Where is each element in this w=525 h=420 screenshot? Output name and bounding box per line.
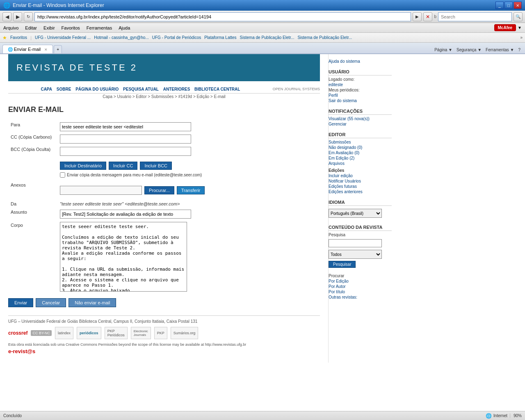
nav-capa[interactable]: CAPA (41, 87, 52, 91)
fav-link-3[interactable]: Plataforma Lattes (204, 35, 236, 40)
email-form: Para CC (Cópia Carbono) BCC (Cópia Ocult… (8, 121, 320, 293)
browse-button[interactable]: Procurar... (144, 186, 174, 194)
recipient-buttons: Incluir Destinatário Incluir CC Incluir … (60, 162, 317, 170)
ie-tools-button[interactable]: Ferramentas ▼ (484, 46, 516, 53)
content-search-select[interactable]: Todos (329, 250, 382, 259)
ie-help-button[interactable]: ? (516, 46, 523, 53)
cc-input[interactable] (60, 135, 191, 144)
copy-checkbox[interactable] (60, 172, 65, 178)
editor-section-title: EDITOR (329, 132, 392, 138)
go-button[interactable]: ▶ (413, 12, 422, 21)
forward-button[interactable]: ▶ (13, 12, 22, 21)
fav-link-0[interactable]: UFG - Universidade Federal ... (35, 35, 91, 40)
nav-pagina-usuario[interactable]: PÁGINA DO USUÁRIO (75, 87, 119, 91)
menu-arquivo[interactable]: Arquivo (3, 25, 18, 30)
include-edition-link[interactable]: Incluir edição (329, 173, 392, 178)
in-editing-link[interactable]: Em Edição (2) (329, 156, 392, 160)
add-recipient-button[interactable]: Incluir Destinatário (60, 162, 106, 170)
stop-button[interactable]: ✕ (423, 12, 432, 21)
profile-link[interactable]: Perfil (329, 93, 392, 98)
menu-editar[interactable]: Editar (25, 25, 37, 30)
past-editions-link[interactable]: Edições anteriores (329, 189, 392, 194)
refresh-button[interactable]: ↻ (24, 12, 33, 21)
journal-nav: CAPA SOBRE PÁGINA DO USUÁRIO PESQUISA AT… (8, 85, 320, 94)
send-button[interactable]: Enviar (8, 298, 33, 307)
transfer-button[interactable]: Transferir (177, 186, 205, 194)
menu-ferramentas[interactable]: Ferramentas (87, 25, 112, 30)
tab-enviar-email[interactable]: 🌐 Enviar E-mail ✕ (2, 45, 53, 53)
no-send-button[interactable]: Não enviar e-mail (68, 298, 116, 307)
back-button[interactable]: ◀ (2, 12, 11, 21)
search-button[interactable]: Pesquisar (329, 261, 356, 268)
bcc-input[interactable] (60, 147, 191, 156)
ojs-label: OPEN JOURNAL SYSTEMS (273, 87, 320, 91)
my-journals-label: Meus periódicos: (329, 88, 392, 92)
nav-pesquisa-atual[interactable]: PESQUISA ATUAL (123, 87, 159, 91)
cc-label: CC (Cópia Carbono) (8, 133, 57, 145)
ie-security-button[interactable]: Segurança ▼ (454, 46, 484, 53)
favorites-label[interactable]: Favoritos (10, 35, 27, 40)
content-search-input[interactable] (329, 239, 382, 247)
fav-link-1[interactable]: Hotmail - cassinha_gyn@ho... (94, 35, 149, 40)
fav-link-4[interactable]: Sistema de Publicação Eletr... (240, 35, 294, 40)
latindex-logo: latindex (55, 327, 73, 339)
cancel-button[interactable]: Cancelar (36, 298, 66, 307)
logged-user[interactable]: editeste (329, 82, 392, 87)
mcafee-dropdown[interactable]: ▼ (518, 25, 522, 30)
submissions-link[interactable]: Submissões (329, 140, 392, 144)
from-value: "teste seeer editeste teste seer" <edite… (60, 201, 180, 206)
add-cc-button[interactable]: Incluir CC (109, 162, 137, 170)
menu-exibir[interactable]: Exibir (43, 25, 55, 30)
manage-notifications-link[interactable]: Gerenciar (329, 122, 392, 126)
address-bar[interactable] (34, 12, 411, 21)
logout-link[interactable]: Sair do sistema (329, 98, 392, 103)
ie-page-button[interactable]: Página ▼ (432, 46, 454, 53)
by-edition-link[interactable]: Por Edição (329, 279, 392, 283)
body-row: Corpo teste seeer editeste teste seer. C… (8, 220, 320, 293)
future-editions-link[interactable]: Edições futuras (329, 184, 392, 189)
archives-link[interactable]: Arquivos (329, 161, 392, 166)
to-label: Para (8, 121, 57, 133)
search-icon[interactable]: 🔍 (514, 12, 523, 21)
by-title-link[interactable]: Por título (329, 290, 392, 294)
bcc-label: BCC (Cópia Oculta) (8, 145, 57, 158)
help-link[interactable]: Ajuda do sistema (329, 59, 392, 64)
nav-biblioteca[interactable]: BIBLIOTECA CENTRAL (194, 87, 240, 91)
fav-link-5[interactable]: Sistema de Publicação Eletr... (297, 35, 352, 40)
new-tab-button[interactable]: + (54, 45, 62, 53)
electronic-journals-logo: ElectronicJournals (131, 327, 151, 339)
attachment-input[interactable] (60, 186, 142, 195)
more-favorites-icon[interactable]: » (520, 35, 523, 40)
nav-bar: ◀ ▶ ↻ ▶ ✕ b 🔍 (0, 11, 525, 23)
notify-users-link[interactable]: Notificar Usuários (329, 179, 392, 183)
nav-anteriores[interactable]: ANTERIORES (163, 87, 190, 91)
menu-favoritos[interactable]: Favoritos (62, 25, 80, 30)
sidebar: Ajuda do sistema USUÁRIO Logado como: ed… (328, 54, 396, 363)
to-input[interactable] (60, 122, 191, 131)
close-button[interactable]: ✕ (514, 2, 522, 9)
nav-sobre[interactable]: SOBRE (57, 87, 71, 91)
body-textarea[interactable]: teste seeer editeste teste seer. Concluí… (60, 222, 187, 292)
mcafee-badge[interactable]: McAfee (494, 24, 516, 31)
by-author-link[interactable]: Por Autor (329, 284, 392, 289)
subject-input[interactable] (60, 210, 191, 219)
tab-close-icon[interactable]: ✕ (44, 48, 48, 52)
favorites-bar: ★ Favoritos | UFG - Universidade Federal… (0, 33, 525, 43)
view-notifications-link[interactable]: Visualizar (55 nova(s)) (329, 116, 392, 121)
footer-logos: crossref CC BY-NC latindex periódicos PK… (8, 327, 320, 339)
other-journals-link[interactable]: Outras revistas: (329, 295, 392, 299)
content-section: CONTEÚDO DA REVISTA Pesquisa Todos Pesqu… (329, 225, 392, 299)
fav-link-2[interactable]: UFG - Portal de Periódicos (152, 35, 201, 40)
maximize-button[interactable]: □ (504, 2, 513, 9)
menu-bar: Arquivo Editar Exibir Favoritos Ferramen… (0, 23, 525, 33)
menu-ajuda[interactable]: Ajuda (119, 25, 130, 30)
language-select[interactable]: Português (Brasil) (329, 209, 382, 218)
add-bcc-button[interactable]: Incluir BCC (140, 162, 172, 170)
in-review-link[interactable]: Em Avaliação (0) (329, 151, 392, 155)
tab-label: Enviar E-mail (14, 47, 41, 52)
main-content: REVISTA DE TESTE 2 CAPA SOBRE PÁGINA DO … (0, 54, 328, 363)
search-input[interactable] (438, 12, 512, 21)
minimize-button[interactable]: _ (495, 2, 504, 9)
page-content-area: REVISTA DE TESTE 2 CAPA SOBRE PÁGINA DO … (0, 54, 525, 363)
not-assigned-link[interactable]: Não designado (0) (329, 145, 392, 150)
